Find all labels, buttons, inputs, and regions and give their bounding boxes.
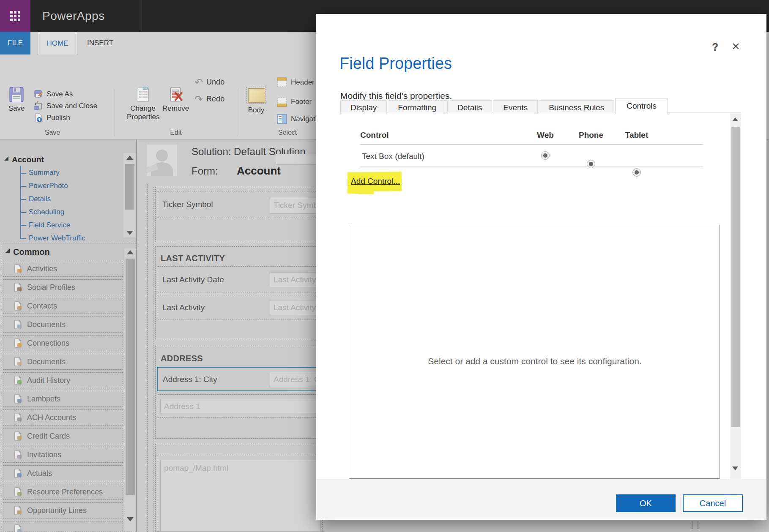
- dialog-scroll-down-icon[interactable]: [732, 467, 738, 470]
- tree-item-summary[interactable]: Summary: [29, 169, 60, 177]
- tree-item-details[interactable]: Details: [29, 195, 51, 203]
- web-radio[interactable]: [541, 151, 550, 160]
- common-scrollbar-thumb[interactable]: [126, 259, 135, 495]
- publish-button[interactable]: Publish: [34, 113, 70, 123]
- change-properties-button[interactable]: Change Properties: [127, 87, 159, 121]
- ribbon-tab-file[interactable]: FILE: [0, 32, 30, 55]
- phone-radio[interactable]: [587, 160, 595, 168]
- dialog-footer: OK Cancel: [316, 479, 766, 520]
- sidebar-item-label: Actuals: [27, 469, 52, 478]
- dialog-scrollbar-thumb[interactable]: [731, 127, 740, 427]
- redo-icon: ↷: [194, 95, 203, 104]
- map-webresource-input[interactable]: pomap_/Map.html: [160, 460, 321, 532]
- tree-item-field-service[interactable]: Field Service: [29, 221, 70, 229]
- address1-city-input[interactable]: Address 1: City: [270, 372, 323, 387]
- ticker-symbol-input[interactable]: Ticker Symbol: [270, 198, 323, 214]
- activities-icon: [13, 264, 23, 274]
- form-field-partial-input[interactable]: [276, 154, 322, 165]
- invitations-icon: [13, 450, 23, 460]
- body-select-button[interactable]: Body: [243, 87, 270, 115]
- sidebar-item-ach-accounts[interactable]: ACH Accounts: [3, 409, 123, 426]
- dialog-scroll-up-icon[interactable]: [732, 117, 738, 121]
- ticker-symbol-label: Ticker Symbol: [162, 200, 213, 209]
- redo-button[interactable]: ↷ Redo: [194, 95, 224, 104]
- sidebar-item-connections[interactable]: Connections: [3, 335, 123, 351]
- sidebar-item-social-profiles[interactable]: Social Profiles: [3, 279, 123, 295]
- publish-icon: [34, 113, 43, 123]
- save-button[interactable]: Save: [4, 87, 29, 125]
- sidebar-item-activities[interactable]: Activities: [3, 261, 123, 277]
- dialog-tab-controls[interactable]: Controls: [615, 98, 668, 114]
- background-dash-fragment: [692, 521, 692, 529]
- background-dash-fragment: [698, 521, 698, 529]
- control-configuration-box: Select or add a custom control to see it…: [349, 225, 720, 479]
- save-and-close-button[interactable]: Save and Close: [34, 101, 97, 111]
- sidebar-item-resource-preferences[interactable]: Resource Preferences: [3, 484, 123, 500]
- undo-button[interactable]: ↶ Undo: [194, 78, 224, 87]
- sidebar-item-opportunity-lines[interactable]: Opportunity Lines: [3, 502, 123, 518]
- help-icon[interactable]: ?: [712, 41, 718, 53]
- tree-scrollbar-thumb[interactable]: [125, 164, 134, 210]
- footer-select-button[interactable]: Footer: [276, 96, 312, 107]
- sidebar-item-documents[interactable]: Documents: [3, 316, 123, 333]
- waffle-menu-button[interactable]: [0, 0, 30, 32]
- cancel-button[interactable]: Cancel: [683, 494, 743, 512]
- last-activity-date-input[interactable]: Last Activity Date: [270, 272, 323, 287]
- form-section-address[interactable]: ADDRESS: [155, 346, 324, 439]
- add-control-link[interactable]: Add Control...: [351, 177, 400, 186]
- tree-connector-stub: [20, 238, 26, 239]
- contacts-icon: [13, 301, 23, 311]
- sidebar-item-partial[interactable]: [3, 521, 123, 532]
- configuration-empty-message: Select or add a custom control to see it…: [349, 356, 720, 366]
- sidebar-item-label: Opportunity Lines: [27, 506, 87, 515]
- undo-label: Undo: [206, 78, 224, 87]
- sidebar-item-label: Documents: [27, 357, 66, 366]
- common-scroll-up-icon[interactable]: [127, 250, 134, 254]
- ribbon-tab-insert[interactable]: INSERT: [80, 32, 120, 55]
- waffle-icon: [10, 11, 20, 21]
- opportunity-lines-icon: [13, 505, 23, 516]
- sidebar-item-lambpets[interactable]: Lambpets: [3, 391, 123, 407]
- form-column-guide: [147, 184, 148, 532]
- change-properties-label-line1: Change: [127, 104, 159, 113]
- sidebar-item-label: ACH Accounts: [27, 413, 76, 422]
- header-select-button[interactable]: Header: [276, 77, 315, 88]
- body-icon: [246, 87, 266, 104]
- common-scrollbar[interactable]: [124, 248, 136, 532]
- field-properties-dialog: Field Properties Modify this field's pro…: [316, 14, 766, 520]
- dialog-scrollbar[interactable]: [730, 112, 741, 479]
- sidebar-item-invitations[interactable]: Invitations: [3, 447, 123, 463]
- tree-item-scheduling[interactable]: Scheduling: [29, 208, 64, 216]
- sidebar-item-actuals[interactable]: Actuals: [3, 465, 123, 481]
- tablet-radio[interactable]: [632, 168, 641, 177]
- connections-icon: [13, 338, 23, 348]
- dialog-tab-formatting[interactable]: Formatting: [388, 100, 446, 114]
- tree-scrollbar[interactable]: [123, 153, 136, 237]
- address1-input[interactable]: Address 1: [160, 399, 321, 413]
- tree-item-powerphoto[interactable]: PowerPhoto: [29, 182, 68, 190]
- tree-scroll-down-icon[interactable]: [126, 231, 133, 235]
- sidebar-item-documents[interactable]: Documents: [3, 354, 123, 370]
- dialog-tab-events[interactable]: Events: [493, 100, 538, 114]
- sidebar-item-contacts[interactable]: Contacts: [3, 298, 123, 314]
- sidebar-item-audit-history[interactable]: Audit History: [3, 372, 123, 388]
- ok-button[interactable]: OK: [616, 494, 676, 512]
- common-expander-icon[interactable]: [5, 248, 10, 253]
- common-scroll-down-icon[interactable]: [127, 517, 134, 521]
- tree-scroll-up-icon[interactable]: [126, 156, 133, 160]
- form-header-label: Form:: [192, 165, 218, 177]
- remove-button[interactable]: Remove: [162, 87, 189, 113]
- ribbon-tab-home[interactable]: HOME: [38, 32, 77, 55]
- sidebar-item-credit-cards[interactable]: Credit Cards: [3, 428, 123, 444]
- save-as-button[interactable]: Save As: [34, 90, 73, 99]
- tree-item-power-webtraffic[interactable]: Power WebTraffic: [29, 234, 85, 243]
- last-activity-input[interactable]: Last Activity: [270, 300, 323, 315]
- dialog-tab-business-rules[interactable]: Business Rules: [539, 100, 614, 114]
- dialog-tab-details[interactable]: Details: [447, 100, 492, 114]
- dialog-tab-display[interactable]: Display: [340, 100, 387, 114]
- remove-icon: [167, 87, 183, 103]
- sidebar-item-label: Contacts: [27, 302, 57, 311]
- close-icon[interactable]: ×: [732, 38, 740, 54]
- last-activity-date-label: Last Activity Date: [162, 275, 224, 284]
- form-section-last-activity[interactable]: LAST ACTIVITY: [155, 246, 324, 339]
